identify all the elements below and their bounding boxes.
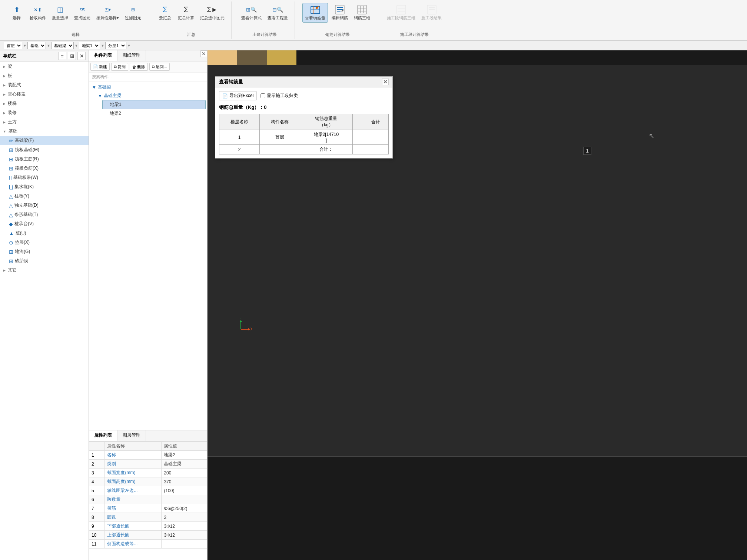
pick-component-button[interactable]: ✕⬆ 拾取构件 xyxy=(27,3,48,22)
props-row: 2 类别 基础主梁 xyxy=(89,460,207,469)
sidebar-item-foundation-slab[interactable]: II 基础板带(W) xyxy=(0,173,89,182)
comp-type-select[interactable]: 基础梁 xyxy=(51,42,74,49)
props-row: 5 轴线距梁左边... (100) xyxy=(89,486,207,495)
comp-subgroup-main-beam-header[interactable]: ▼ 基础主梁 xyxy=(96,91,206,100)
category-select[interactable]: 基础 xyxy=(27,42,46,49)
view-rebar-dialog: 查看钢筋量 ✕ 📄 导出到Excel 显示施工段归类 xyxy=(215,76,393,159)
sidebar-item-pile-cap[interactable]: ◆ 桩承台(V) xyxy=(0,219,89,229)
prop-value[interactable]: 2 xyxy=(162,513,207,522)
prop-name: 类别 xyxy=(105,460,162,469)
sidebar-item-cushion[interactable]: ⊙ 垫层(X) xyxy=(0,238,89,247)
delete-button[interactable]: 🗑 删除 xyxy=(130,63,148,71)
prop-num: 1 xyxy=(89,451,105,460)
sidebar-item-hollow[interactable]: ▶ 空心楼盖 xyxy=(0,90,89,99)
show-stage-check[interactable]: 显示施工段归类 xyxy=(260,93,298,99)
property-select-button[interactable]: ◰▾ 按属性选择▾ xyxy=(94,3,121,22)
sidebar-item-strip-foundation[interactable]: △ 条形基础(T) xyxy=(0,210,89,219)
stage-rebar-3d-button[interactable]: 施工段钢筋三维 xyxy=(385,3,418,22)
rebar-total: 钢筋总重量（Kg）：0 xyxy=(219,104,389,111)
tab-props-list[interactable]: 属性列表 xyxy=(89,430,117,441)
list-view-icon[interactable]: ≡ xyxy=(58,52,66,60)
sidebar-item-box-foundation[interactable]: ⊞ 筏板基础(M) xyxy=(0,145,89,154)
rebar-3d-button[interactable]: 钢筋三维 xyxy=(352,3,372,23)
batch-select-button[interactable]: ◫ 批量选择 xyxy=(50,3,70,22)
comp-name-select[interactable]: 地梁1 xyxy=(79,42,100,49)
tab-comp-list[interactable]: 构件列表 xyxy=(89,50,117,61)
view-calc-form-button[interactable]: ⊞🔍 查看计算式 xyxy=(239,3,264,22)
pile-cap-icon: ◆ xyxy=(9,221,13,227)
props-row: 11 侧面构造或等... xyxy=(89,540,207,549)
category-selector[interactable]: 基础 xyxy=(27,42,46,49)
sidebar-item-beam[interactable]: ▶ 梁 xyxy=(0,62,89,71)
quantity-icon: ⊟🔍 xyxy=(272,4,283,15)
sidebar-item-sump[interactable]: ⋃ 集水坑(K) xyxy=(0,182,89,191)
sidebar-close-icon[interactable]: ✕ xyxy=(77,52,86,60)
edit-rebar-button[interactable]: 编辑钢筋 xyxy=(329,3,350,23)
grid-view-icon[interactable]: ⊞ xyxy=(68,52,76,60)
trench-label: 地沟(G) xyxy=(15,249,30,255)
prop-value[interactable]: 3Φ12 xyxy=(162,522,207,531)
sidebar-item-assembled[interactable]: ▶ 装配式 xyxy=(0,80,89,90)
color-block-2 xyxy=(237,50,267,65)
prop-value[interactable] xyxy=(162,540,207,549)
select-button[interactable]: ⬆ 选择 xyxy=(7,3,26,22)
show-stage-checkbox[interactable] xyxy=(260,93,265,98)
sidebar-item-pile[interactable]: ▲ 桩(U) xyxy=(0,229,89,238)
total-select-button[interactable]: Σ► 汇总选中图元 xyxy=(198,3,227,22)
cloud-total-button[interactable]: Σ 云汇总 xyxy=(156,3,174,22)
prop-value[interactable]: 地梁2 xyxy=(162,451,207,460)
sidebar-item-stair[interactable]: ▶ 楼梯 xyxy=(0,99,89,108)
prop-value[interactable]: Φ6@250(2) xyxy=(162,504,207,513)
sidebar-item-box-main-rebar[interactable]: ⊞ 筏板主筋(R) xyxy=(0,154,89,164)
row2-floor xyxy=(260,145,300,154)
prop-value[interactable]: 3Φ12 xyxy=(162,531,207,540)
delete-label: 删除 xyxy=(137,64,145,70)
dialog-close[interactable]: ✕ xyxy=(382,79,389,85)
comp-group-foundation-beam-header[interactable]: ▼ 基础梁 xyxy=(90,83,206,91)
view-rebar-qty-button[interactable]: 查看钢筋量 xyxy=(302,3,328,23)
prop-value[interactable] xyxy=(162,495,207,504)
sidebar-item-earthwork[interactable]: ▶ 土方 xyxy=(0,117,89,127)
find-drawing-button[interactable]: 🗺 查找图元 xyxy=(72,3,93,22)
tab-drawing-mgmt[interactable]: 图纸管理 xyxy=(117,50,146,61)
layer-select[interactable]: 分层1 xyxy=(105,42,126,49)
stage-result-button[interactable]: 施工段结果 xyxy=(419,3,444,22)
comp-type-selector[interactable]: 基础梁 xyxy=(51,42,74,49)
floor-inter-button[interactable]: ⧉ 层间... xyxy=(149,63,170,71)
sidebar-item-trench[interactable]: ⊞ 地沟(G) xyxy=(0,247,89,256)
view-quantity-button[interactable]: ⊟🔍 查看工程量 xyxy=(265,3,290,22)
comp-list-close[interactable]: ✕ xyxy=(200,50,207,57)
props-row: 7 箍筋 Φ6@250(2) xyxy=(89,504,207,513)
sidebar-item-pillar[interactable]: △ 柱墩(Y) xyxy=(0,191,89,201)
th-col4 xyxy=(352,114,363,130)
sidebar-item-membrane[interactable]: ⊞ 砖胎膜 xyxy=(0,256,89,266)
sidebar-item-other[interactable]: ▶ 其它 xyxy=(0,266,89,275)
tab-layer-mgmt[interactable]: 图层管理 xyxy=(117,430,146,441)
prop-value[interactable]: (100) xyxy=(162,486,207,495)
prop-value[interactable]: 200 xyxy=(162,469,207,477)
comp-name-selector[interactable]: 地梁1 xyxy=(79,42,100,49)
pillar-icon: △ xyxy=(9,193,13,199)
sidebar-item-independent-foundation[interactable]: △ 独立基础(D) xyxy=(0,201,89,210)
layer-selector[interactable]: 分层1 xyxy=(105,42,126,49)
rebar-qty-label: 查看钢筋量 xyxy=(305,16,325,21)
prop-value[interactable]: 基础主梁 xyxy=(162,460,207,469)
new-button[interactable]: 📄 新建 xyxy=(90,63,110,71)
total-sel-icon: Σ► xyxy=(207,4,218,15)
trench-icon: ⊞ xyxy=(9,249,13,255)
comp-item-diliang2[interactable]: 地梁2 xyxy=(102,109,206,118)
floor-selector[interactable]: 首层 xyxy=(4,42,22,49)
sidebar-item-decoration[interactable]: ▶ 装修 xyxy=(0,108,89,117)
sidebar-item-foundation-beam[interactable]: ✏ 基础梁(F) xyxy=(0,136,89,145)
comp-item-diliang1[interactable]: 地梁1 xyxy=(102,100,206,109)
sidebar-item-slab[interactable]: ▶ 板 xyxy=(0,71,89,80)
sidebar-item-box-neg-rebar[interactable]: ⊞ 筏板负筋(X) xyxy=(0,164,89,173)
sidebar-item-foundation[interactable]: ▼ 基础 xyxy=(0,127,89,136)
export-excel-button[interactable]: 📄 导出到Excel xyxy=(219,91,257,100)
prop-value[interactable]: 370 xyxy=(162,477,207,486)
copy-button[interactable]: ⧉ 复制 xyxy=(111,63,128,71)
filter-drawing-button[interactable]: ⊞ 过滤图元 xyxy=(123,3,143,22)
floor-select[interactable]: 首层 xyxy=(4,42,22,49)
total-calc-button[interactable]: Σ 汇总计算 xyxy=(176,3,196,22)
row2-comp: 合计： xyxy=(300,145,353,154)
